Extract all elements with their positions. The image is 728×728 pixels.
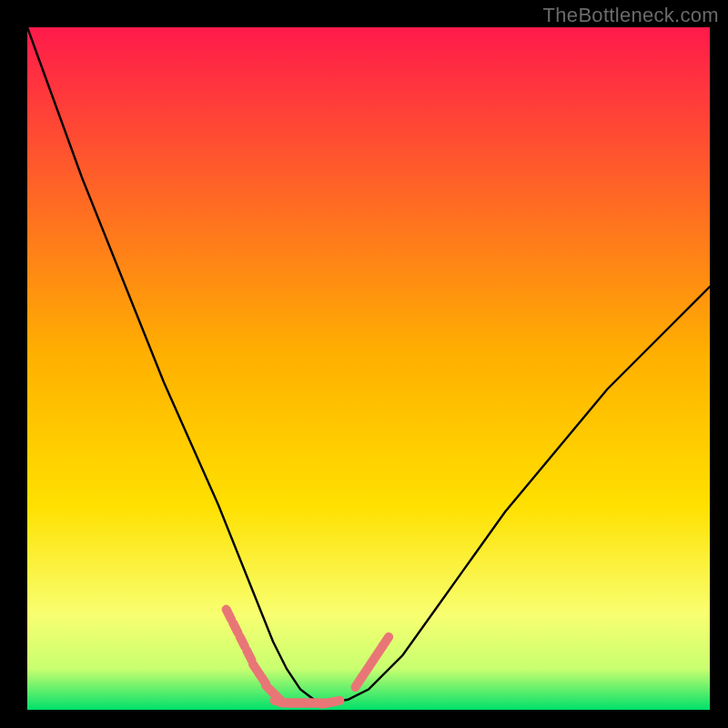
watermark-text: TheBottleneck.com bbox=[543, 4, 719, 27]
bottleneck-chart bbox=[0, 0, 728, 728]
chart-stage: TheBottleneck.com bbox=[0, 0, 728, 728]
plot-background bbox=[27, 27, 710, 710]
